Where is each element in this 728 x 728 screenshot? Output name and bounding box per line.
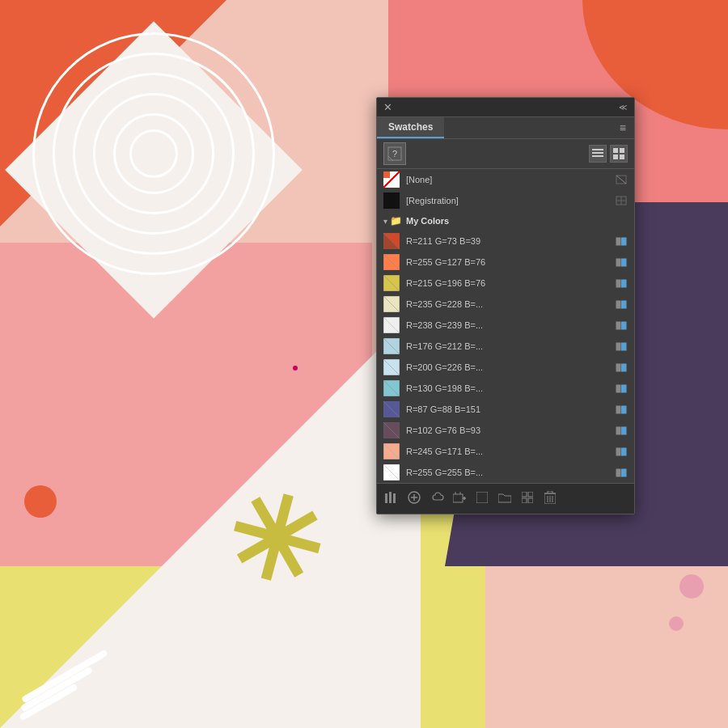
- swatch-name-0: R=211 G=73 B=39: [406, 236, 615, 246]
- swatch-registration[interactable]: [Registration]: [377, 190, 634, 211]
- svg-rect-21: [621, 237, 627, 245]
- swatch-8[interactable]: R=87 G=88 B=151: [377, 399, 634, 420]
- svg-rect-8: [613, 154, 618, 159]
- svg-rect-30: [616, 279, 621, 287]
- new-swatch-button[interactable]: [474, 492, 490, 506]
- collapse-button[interactable]: ≪: [619, 103, 628, 112]
- svg-rect-51: [621, 363, 627, 371]
- svg-line-11: [616, 176, 626, 184]
- folder-svg: [498, 492, 511, 503]
- new-swatch-svg: [476, 492, 488, 503]
- list-view-icon: [592, 149, 603, 159]
- bg-pink-dot2: [669, 616, 684, 631]
- panel-titlebar: ✕ ≪: [377, 98, 634, 117]
- svg-rect-6: [613, 148, 618, 153]
- swatch-10[interactable]: R=245 G=171 B=...: [377, 441, 634, 462]
- list-view-button[interactable]: [589, 145, 607, 163]
- svg-rect-66: [621, 426, 627, 434]
- swatch-name-8: R=87 G=88 B=151: [406, 404, 615, 414]
- bg-red-blob: [24, 485, 57, 518]
- none-icons: [615, 174, 628, 185]
- cloud-svg: [430, 492, 444, 503]
- swatch-7[interactable]: R=130 G=198 B=...: [377, 378, 634, 399]
- svg-rect-76: [621, 468, 627, 476]
- svg-rect-35: [616, 300, 621, 308]
- swatch-4[interactable]: R=238 G=239 B=...: [377, 315, 634, 336]
- swatch-1[interactable]: R=255 G=127 B=76: [377, 252, 634, 273]
- svg-rect-3: [592, 149, 603, 150]
- group-my-colors[interactable]: ▾ 📁 My Colors: [377, 211, 634, 231]
- delete-swatch-button[interactable]: [542, 491, 558, 506]
- library-icon[interactable]: [383, 492, 400, 506]
- panel-tabs: Swatches ≡: [377, 117, 634, 139]
- svg-rect-70: [616, 447, 621, 455]
- svg-rect-41: [621, 321, 627, 329]
- svg-rect-46: [621, 342, 627, 350]
- cmyk-icon-5: [615, 341, 628, 352]
- tab-swatches[interactable]: Swatches: [377, 117, 444, 138]
- bg-white-tri: [0, 307, 421, 728]
- swatch-9[interactable]: R=102 G=76 B=93: [377, 420, 634, 441]
- reg-svg: [616, 196, 627, 205]
- svg-rect-83: [453, 494, 463, 502]
- svg-rect-5: [592, 155, 603, 157]
- swatch-right-icons-6: [615, 362, 628, 373]
- bg-pink-dot1: [679, 574, 704, 599]
- svg-rect-45: [616, 342, 621, 350]
- swatch-right-icons-1: [615, 256, 628, 268]
- swatch-5[interactable]: R=176 G=212 B=...: [377, 336, 634, 357]
- grid-view-icon: [613, 148, 624, 159]
- swatch-right-icons-11: [615, 467, 628, 478]
- swatch-name-2: R=215 G=196 B=76: [406, 278, 615, 288]
- svg-rect-89: [522, 492, 527, 497]
- color-swatch-6: [383, 359, 400, 375]
- add-swatch-icon[interactable]: [406, 491, 422, 506]
- swatch-options-button[interactable]: [519, 492, 535, 506]
- swatch-right-icons-10: [615, 446, 628, 457]
- toolbar-right: [589, 145, 628, 163]
- swatch-2[interactable]: R=215 G=196 B=76: [377, 273, 634, 294]
- panel-toolbar: ?: [377, 139, 634, 169]
- svg-rect-77: [385, 493, 387, 503]
- swatch-none[interactable]: [None]: [377, 169, 634, 190]
- panel-menu-button[interactable]: ≡: [612, 117, 634, 138]
- no-apply-svg: [616, 175, 627, 184]
- color-swatch-2: [383, 275, 400, 291]
- swatch-11[interactable]: R=255 G=255 B=...: [377, 462, 634, 483]
- color-swatch-3: [383, 296, 400, 312]
- svg-rect-88: [476, 492, 488, 503]
- new-color-swatch-button[interactable]: ?: [383, 142, 406, 165]
- swatch-3[interactable]: R=235 G=228 B=...: [377, 294, 634, 315]
- options-svg: [522, 492, 533, 503]
- swatch-right-icons-5: [615, 341, 628, 352]
- svg-rect-78: [389, 492, 392, 503]
- cmyk-icon-1: [615, 256, 628, 268]
- swatch-right-icons-7: [615, 383, 628, 394]
- bg-magenta-dot: [293, 366, 298, 370]
- panel-footer: [377, 483, 634, 514]
- swatches-panel: ✕ ≪ Swatches ≡ ?: [376, 97, 635, 514]
- cmyk-icon-2: [615, 277, 628, 289]
- open-swatch-library-button[interactable]: [497, 492, 513, 506]
- none-label: [None]: [406, 175, 615, 184]
- swatch-name-4: R=238 G=239 B=...: [406, 320, 615, 330]
- swatch-6[interactable]: R=200 G=226 B=...: [377, 357, 634, 378]
- cmyk-icon-10: [615, 446, 628, 457]
- cloud-library-icon[interactable]: [429, 492, 445, 506]
- color-swatch-9: [383, 422, 400, 438]
- new-group-button[interactable]: [451, 492, 468, 506]
- swatch-0[interactable]: R=211 G=73 B=39: [377, 231, 634, 252]
- split-swatch-svg-0: [383, 233, 400, 249]
- swatch-name-5: R=176 G=212 B=...: [406, 341, 615, 351]
- close-button[interactable]: ✕: [383, 101, 392, 113]
- new-group-svg: [453, 492, 466, 503]
- svg-rect-61: [621, 405, 627, 413]
- svg-rect-60: [616, 405, 621, 413]
- svg-rect-92: [528, 498, 533, 503]
- color-swatch-1: [383, 254, 400, 270]
- svg-rect-40: [616, 321, 621, 329]
- svg-rect-4: [592, 152, 603, 154]
- grid-view-button[interactable]: [610, 145, 628, 163]
- cmyk-icon-3: [615, 298, 628, 310]
- swatch-right-icons-8: [615, 404, 628, 415]
